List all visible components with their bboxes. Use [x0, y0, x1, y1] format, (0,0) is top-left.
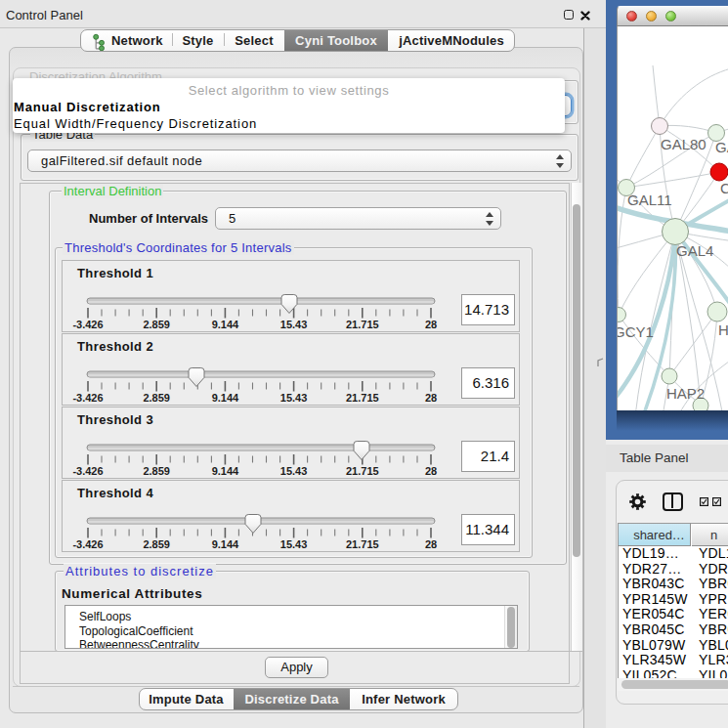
- svg-text:9.144: 9.144: [212, 392, 239, 404]
- svg-text:H: H: [718, 321, 728, 338]
- svg-text:21.715: 21.715: [346, 392, 379, 404]
- svg-text:21.715: 21.715: [346, 538, 379, 550]
- svg-text:9.144: 9.144: [212, 319, 239, 330]
- svg-text:GA: GA: [715, 139, 728, 155]
- svg-text:GCY1: GCY1: [618, 323, 654, 340]
- svg-text:2.859: 2.859: [143, 392, 170, 404]
- svg-text:28: 28: [425, 465, 437, 477]
- svg-text:15.43: 15.43: [280, 465, 308, 477]
- svg-text:2.859: 2.859: [143, 319, 170, 330]
- svg-text:2.859: 2.859: [143, 465, 170, 477]
- svg-text:21.715: 21.715: [346, 319, 379, 330]
- svg-text:15.43: 15.43: [280, 319, 308, 330]
- svg-text:GAL4: GAL4: [676, 242, 713, 259]
- svg-text:-3.426: -3.426: [72, 538, 103, 550]
- svg-text:28: 28: [425, 392, 437, 404]
- svg-text:-3.426: -3.426: [72, 392, 103, 404]
- svg-text:2.859: 2.859: [143, 538, 170, 550]
- svg-text:GAL11: GAL11: [627, 192, 672, 208]
- svg-text:HAP2: HAP2: [666, 385, 705, 402]
- svg-text:9.144: 9.144: [212, 465, 239, 477]
- svg-text:15.43: 15.43: [280, 538, 308, 550]
- svg-text:28: 28: [425, 538, 437, 550]
- svg-text:-3.426: -3.426: [72, 465, 103, 477]
- svg-text:21.715: 21.715: [346, 465, 379, 477]
- svg-text:GAL80: GAL80: [661, 136, 707, 152]
- svg-text:9.144: 9.144: [212, 538, 239, 550]
- svg-text:15.43: 15.43: [280, 392, 308, 404]
- svg-text:28: 28: [425, 319, 437, 330]
- svg-text:C: C: [720, 180, 728, 196]
- svg-text:-3.426: -3.426: [72, 319, 103, 330]
